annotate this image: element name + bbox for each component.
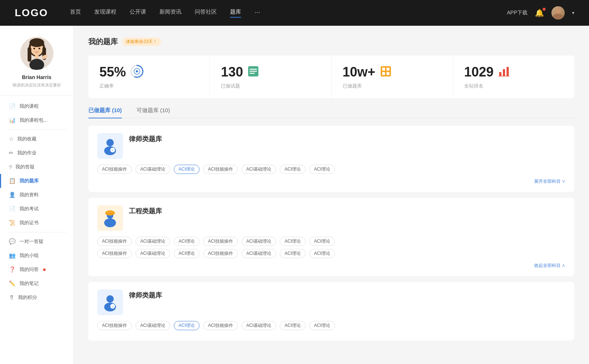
stat-rank-value: 1029 bbox=[464, 64, 494, 80]
tag-e1-r1-2[interactable]: ACI理论 bbox=[174, 237, 200, 246]
tag-e1-r1-6[interactable]: ACI理论 bbox=[309, 237, 335, 246]
sidebar-item-my-qa[interactable]: ? 我的答疑 bbox=[0, 160, 73, 174]
tag-l1-5[interactable]: ACI理论 bbox=[280, 165, 306, 174]
svg-rect-24 bbox=[382, 72, 385, 75]
group-icon: 👥 bbox=[9, 252, 16, 259]
sidebar-label-my-homework: 我的作业 bbox=[17, 150, 36, 156]
notification-bell[interactable]: 🔔 bbox=[535, 8, 544, 17]
app-download-button[interactable]: APP下载 bbox=[507, 10, 528, 16]
sidebar-item-my-homework[interactable]: ✏ 我的作业 bbox=[0, 146, 73, 160]
tag-e1-r1-1[interactable]: ACI基础理论 bbox=[135, 237, 170, 246]
tag-l2-0[interactable]: ACI技能操作 bbox=[97, 321, 132, 330]
sidebar-item-one-on-one[interactable]: 💬 一对一答疑 bbox=[0, 235, 73, 249]
svg-rect-20 bbox=[250, 73, 255, 74]
sidebar-item-my-cert[interactable]: 📜 我的证书 bbox=[0, 216, 73, 230]
sidebar-item-my-course[interactable]: 📄 我的课程 bbox=[0, 99, 73, 113]
tag-e1-r2-2[interactable]: ACI理论 bbox=[174, 249, 200, 258]
tag-e1-r1-5[interactable]: ACI理论 bbox=[280, 237, 306, 246]
tab-done-banks[interactable]: 已做题库 (10) bbox=[88, 107, 122, 118]
avatar-placeholder bbox=[551, 6, 565, 19]
tag-l2-3[interactable]: ACI技能操作 bbox=[203, 321, 238, 330]
stat-done-questions: 130 已做试题 bbox=[210, 56, 331, 98]
tag-e1-r2-5[interactable]: ACI理论 bbox=[280, 249, 306, 258]
tag-l2-4[interactable]: ACI基础理论 bbox=[241, 321, 276, 330]
nav-home[interactable]: 首页 bbox=[70, 8, 81, 18]
sidebar-item-my-package[interactable]: 📊 我的课程包... bbox=[0, 113, 73, 127]
nav-discover[interactable]: 发现课程 bbox=[94, 8, 116, 18]
user-menu-chevron[interactable]: ▾ bbox=[572, 10, 574, 15]
profile-avatar[interactable] bbox=[20, 37, 53, 70]
tag-l1-4[interactable]: ACI基础理论 bbox=[241, 165, 276, 174]
stat-done-questions-value: 130 bbox=[221, 64, 243, 80]
exam-icon: 📄 bbox=[9, 206, 16, 212]
sidebar-item-my-collection[interactable]: ☆ 我的收藏 bbox=[0, 132, 73, 146]
nav-open-course[interactable]: 公开课 bbox=[130, 8, 146, 18]
tab-available-banks[interactable]: 可做题库 (10) bbox=[137, 107, 170, 118]
tag-l2-5[interactable]: ACI理论 bbox=[280, 321, 306, 330]
tag-e1-r2-4[interactable]: ACI基础理论 bbox=[241, 249, 276, 258]
nav-news[interactable]: 新闻资讯 bbox=[159, 8, 181, 18]
stat-done-banks-top: 10w+ bbox=[343, 64, 442, 80]
qbank-card-lawyer-2: ✓ 律师类题库 ACI技能操作 ACI基础理论 ACI理论 ACI技能操作 AC… bbox=[88, 282, 574, 340]
tag-e1-r1-0[interactable]: ACI技能操作 bbox=[97, 237, 132, 246]
svg-rect-11 bbox=[35, 54, 39, 59]
tag-e1-r2-1[interactable]: ACI基础理论 bbox=[135, 249, 170, 258]
page-title: 我的题库 bbox=[88, 37, 118, 47]
tag-e1-r2-6[interactable]: ACI理论 bbox=[309, 249, 335, 258]
svg-rect-21 bbox=[381, 66, 391, 76]
one-on-one-icon: 💬 bbox=[9, 238, 16, 245]
tag-l2-6[interactable]: ACI理论 bbox=[309, 321, 335, 330]
sidebar-item-my-answers[interactable]: ❓ 我的问答 bbox=[0, 263, 73, 276]
collection-icon: ☆ bbox=[9, 136, 14, 142]
logo: LOGO bbox=[15, 7, 48, 19]
qbank-header-engineer-1: 工程类题库 bbox=[97, 205, 565, 231]
tag-l1-0[interactable]: ACI技能操作 bbox=[97, 165, 132, 174]
tag-l2-1[interactable]: ACI基础理论 bbox=[135, 321, 170, 330]
sidebar-item-my-points[interactable]: 🎖 我的积分 bbox=[0, 290, 73, 304]
sidebar-item-my-profile[interactable]: 👤 我的资料 bbox=[0, 188, 73, 202]
nav-qbank[interactable]: 题库 bbox=[230, 8, 241, 18]
answers-dot bbox=[43, 268, 46, 271]
divider-1 bbox=[6, 129, 67, 130]
bar-chart-icon bbox=[498, 65, 510, 79]
sidebar-label-my-group: 我的小组 bbox=[20, 252, 39, 259]
answers-icon: ❓ bbox=[9, 266, 16, 273]
svg-rect-18 bbox=[250, 69, 257, 70]
profile-name: Brian Harris bbox=[22, 74, 51, 80]
qbank-icon-lawyer: ✓ bbox=[97, 133, 123, 159]
page-header: 我的题库 体验剩余23天！ bbox=[88, 37, 574, 47]
sidebar-item-my-notes[interactable]: ✏️ 我的笔记 bbox=[0, 276, 73, 290]
tag-e1-r1-3[interactable]: ACI技能操作 bbox=[203, 237, 238, 246]
sidebar-item-my-group[interactable]: 👥 我的小组 bbox=[0, 249, 73, 263]
points-icon: 🎖 bbox=[9, 295, 14, 301]
stat-accuracy-value: 55% bbox=[99, 64, 126, 80]
tag-l1-3[interactable]: ACI技能操作 bbox=[203, 165, 238, 174]
divider-2 bbox=[6, 232, 67, 232]
qbank-card-engineer-1: 工程类题库 ACI技能操作 ACI基础理论 ACI理论 ACI技能操作 ACI基… bbox=[88, 198, 574, 276]
expand-engineer-1[interactable]: 收起全部科目 ∧ bbox=[97, 261, 565, 269]
profile-section: Brian Harris 错误的决定比没有决定要好 bbox=[0, 37, 73, 96]
nav-qa[interactable]: 问答社区 bbox=[195, 8, 217, 18]
qbank-tags-lawyer-2: ACI技能操作 ACI基础理论 ACI理论 ACI技能操作 ACI基础理论 AC… bbox=[97, 321, 565, 330]
user-avatar[interactable] bbox=[551, 6, 565, 19]
tag-e1-r2-3[interactable]: ACI技能操作 bbox=[203, 249, 238, 258]
sidebar-label-my-collection: 我的收藏 bbox=[17, 136, 36, 142]
notification-dot bbox=[543, 8, 546, 11]
qbank-title-lawyer-2: 律师类题库 bbox=[129, 289, 162, 300]
tag-e1-r1-4[interactable]: ACI基础理论 bbox=[241, 237, 276, 246]
tag-l1-1[interactable]: ACI基础理论 bbox=[135, 165, 170, 174]
svg-point-0 bbox=[555, 8, 561, 14]
tag-e1-r2-0[interactable]: ACI技能操作 bbox=[97, 249, 132, 258]
svg-point-30 bbox=[106, 139, 114, 146]
tag-l1-6[interactable]: ACI理论 bbox=[309, 165, 335, 174]
tag-l2-2[interactable]: ACI理论 bbox=[174, 321, 200, 330]
sidebar-item-my-exam[interactable]: 📄 我的考试 bbox=[0, 202, 73, 216]
sidebar-item-my-qbank[interactable]: 📋 我的题库 bbox=[0, 174, 73, 188]
tag-l1-2[interactable]: ACI理论 bbox=[174, 165, 200, 174]
svg-point-7 bbox=[29, 38, 44, 47]
qbank-header-lawyer-2: ✓ 律师类题库 bbox=[97, 289, 565, 315]
nav-more[interactable]: ··· bbox=[254, 8, 260, 18]
qbank-tags-lawyer-1: ACI技能操作 ACI基础理论 ACI理论 ACI技能操作 ACI基础理论 AC… bbox=[97, 165, 565, 174]
expand-lawyer-1[interactable]: 展开全部科目 ∨ bbox=[97, 177, 565, 185]
qbank-tags-engineer-1-row2: ACI技能操作 ACI基础理论 ACI理论 ACI技能操作 ACI基础理论 AC… bbox=[97, 249, 565, 258]
